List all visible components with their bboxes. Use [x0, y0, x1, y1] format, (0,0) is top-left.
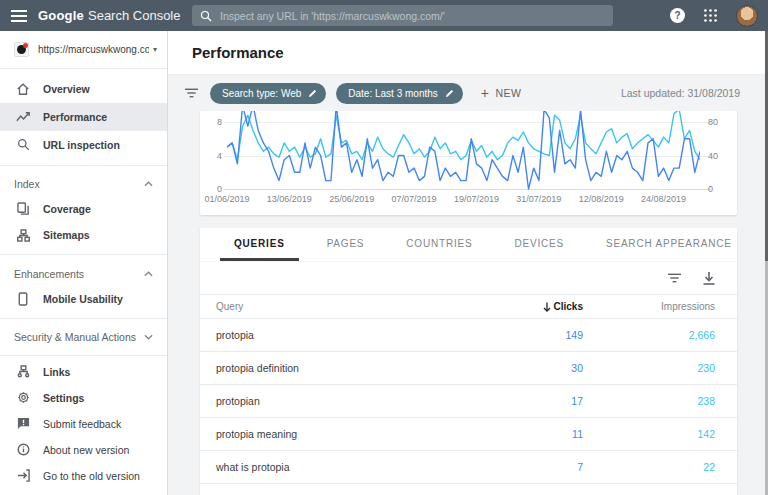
user-avatar[interactable]: [736, 5, 758, 27]
section-header-index[interactable]: Index: [0, 172, 167, 196]
topbar-actions: ?: [670, 0, 768, 31]
y-axis-tick-right: 0: [708, 184, 726, 194]
sidebar-item-label: Links: [43, 366, 70, 378]
clicks-cell: 149: [433, 329, 583, 341]
apps-grid-icon[interactable]: [704, 9, 717, 22]
plus-icon: +: [481, 85, 490, 101]
chevron-up-icon: [144, 271, 153, 277]
section-header-security[interactable]: Security & Manual Actions: [0, 325, 167, 349]
sidebar-item-url-inspection[interactable]: URL inspection: [0, 131, 167, 159]
table-row[interactable]: protopian17238: [200, 385, 737, 418]
x-axis-tick: 24/08/2019: [641, 194, 686, 204]
sidebar-item-label: Mobile Usability: [43, 293, 123, 305]
sidebar-item-links[interactable]: Links: [0, 358, 167, 384]
sidebar-item-label: Performance: [43, 111, 107, 123]
top-app-bar: GoogleSearch Console Inspect any URL in …: [0, 0, 768, 31]
x-axis-tick: 13/06/2019: [267, 194, 312, 204]
tab-queries[interactable]: QUERIES: [220, 228, 299, 261]
logo-google: Google: [38, 8, 84, 23]
magnifier-icon: [15, 137, 31, 153]
tab-devices[interactable]: DEVICES: [500, 228, 578, 261]
last-updated-text: Last updated: 31/08/2019: [621, 87, 740, 99]
column-clicks[interactable]: Clicks: [433, 301, 583, 312]
x-axis-tick: 07/07/2019: [392, 194, 437, 204]
y-axis-tick-right: 80: [708, 117, 726, 127]
hamburger-menu-icon[interactable]: [0, 10, 38, 22]
sidebar-item-performance[interactable]: Performance: [0, 103, 167, 131]
query-cell: what is protopia: [216, 461, 433, 473]
section-label: Index: [14, 178, 144, 190]
query-cell: protopia definition: [216, 362, 433, 374]
sidebar-divider: [0, 318, 167, 321]
edit-pencil-icon: [308, 89, 317, 98]
sidebar-item-go-to-old-version[interactable]: Go to the old version: [0, 463, 167, 489]
sidebar-item-label: URL inspection: [43, 139, 120, 151]
table-row[interactable]: protopia meaning11142: [200, 418, 737, 451]
sitemap-tree-icon: [15, 227, 31, 243]
y-axis-tick-left: 4: [208, 151, 222, 161]
new-filter-button[interactable]: + NEW: [481, 85, 522, 101]
sidebar-divider: [0, 165, 167, 168]
links-icon: [15, 364, 31, 380]
sidebar-item-mobile-usability[interactable]: Mobile Usability: [0, 286, 167, 312]
site-favicon: [14, 42, 29, 57]
search-type-chip[interactable]: Search type: Web: [210, 83, 326, 104]
impressions-cell: 230: [583, 362, 715, 374]
sidebar-item-sitemaps[interactable]: Sitemaps: [0, 222, 167, 248]
clicks-line-series: [227, 111, 700, 189]
impressions-cell: 22: [583, 461, 715, 473]
performance-chart-card: 048 04080 01/06/201913/06/201925/06/2019…: [200, 111, 737, 215]
table-row[interactable]: protopia1492,666: [200, 319, 737, 352]
chip-label: Date: Last 3 months: [348, 88, 438, 99]
sidebar-item-overview[interactable]: Overview: [0, 75, 167, 103]
impressions-cell: 238: [583, 395, 715, 407]
impressions-line-series: [227, 111, 700, 160]
impressions-cell: 2,666: [583, 329, 715, 341]
column-impressions[interactable]: Impressions: [583, 301, 715, 312]
section-header-enhancements[interactable]: Enhancements: [0, 261, 167, 285]
sidebar-item-settings[interactable]: Settings: [0, 385, 167, 411]
query-cell: protopia: [216, 329, 433, 341]
sidebar-item-coverage[interactable]: Coverage: [0, 196, 167, 222]
sidebar-item-label: Sitemaps: [43, 229, 90, 241]
logo-search-console: Search Console: [88, 8, 181, 23]
sidebar-footer: Submit feedback About new version Go to …: [0, 411, 167, 495]
column-query[interactable]: Query: [216, 301, 433, 312]
property-selector[interactable]: https://marcuswkwong.com/ ▾: [0, 31, 167, 69]
app-logo[interactable]: GoogleSearch Console: [38, 8, 180, 23]
dimensions-card: QUERIESPAGESCOUNTRIESDEVICESSEARCH APPEA…: [200, 228, 737, 495]
table-row[interactable]: kevin kelly protopia332: [200, 484, 737, 495]
filter-funnel-icon[interactable]: [185, 88, 198, 98]
tab-pages[interactable]: PAGES: [313, 228, 379, 261]
table-row[interactable]: protopia definition30230: [200, 352, 737, 385]
clicks-cell: 7: [433, 461, 583, 473]
sidebar-item-submit-feedback[interactable]: Submit feedback: [0, 411, 167, 437]
download-icon[interactable]: [703, 272, 715, 285]
sort-desc-icon: [543, 302, 551, 312]
tab-countries[interactable]: COUNTRIES: [392, 228, 486, 261]
sidebar: https://marcuswkwong.com/ ▾ Overview Per…: [0, 31, 168, 495]
property-url: https://marcuswkwong.com/: [38, 44, 149, 55]
tab-search-appearance[interactable]: SEARCH APPEARANCE: [592, 228, 737, 261]
url-inspect-search-input[interactable]: Inspect any URL in 'https://marcuswkwong…: [192, 5, 613, 26]
home-icon: [15, 81, 31, 97]
sidebar-item-label: About new version: [43, 444, 129, 456]
x-axis-tick: 25/06/2019: [329, 194, 374, 204]
page-title: Performance: [192, 44, 284, 61]
chip-label: Search type: Web: [222, 88, 301, 99]
clicks-cell: 30: [433, 362, 583, 374]
y-axis-tick-left: 0: [208, 184, 222, 194]
page-header: Performance: [168, 31, 768, 75]
x-axis-tick: 01/06/2019: [204, 194, 249, 204]
scroll-content[interactable]: 048 04080 01/06/201913/06/201925/06/2019…: [168, 111, 768, 495]
y-axis-tick-left: 8: [208, 117, 222, 127]
table-filter-icon[interactable]: [668, 273, 681, 283]
help-icon[interactable]: ?: [670, 8, 685, 23]
coverage-pages-icon: [15, 201, 31, 217]
mobile-phone-icon: [15, 291, 31, 307]
date-range-chip[interactable]: Date: Last 3 months: [336, 83, 463, 104]
impressions-cell: 142: [583, 428, 715, 440]
chevron-down-icon: [144, 334, 153, 340]
table-row[interactable]: what is protopia722: [200, 451, 737, 484]
sidebar-item-about-new-version[interactable]: About new version: [0, 437, 167, 463]
